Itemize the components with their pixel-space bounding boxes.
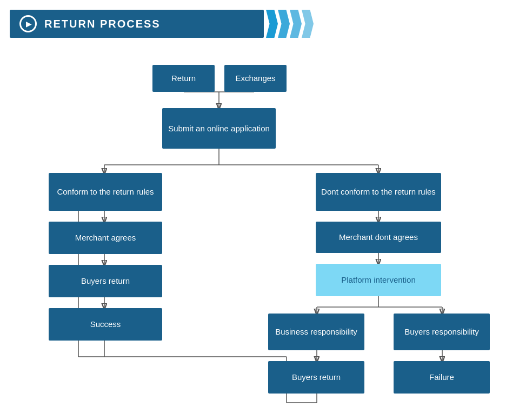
chevron-4 (302, 10, 314, 38)
failure-box: Failure (394, 361, 490, 394)
chevron-1 (266, 10, 278, 38)
chevron-2 (278, 10, 290, 38)
page-header: RETURN PROCESS (10, 10, 264, 38)
page-title: RETURN PROCESS (44, 18, 161, 30)
flowchart: Return Exchanges Submit an online applic… (0, 49, 519, 416)
platform-box: Platform intervention (316, 264, 441, 296)
chevron-3 (290, 10, 302, 38)
submit-box: Submit an online application (162, 108, 276, 149)
exchanges-box: Exchanges (224, 65, 287, 92)
buyers-return-left-box: Buyers return (49, 265, 162, 297)
dont-conform-box: Dont conform to the return rules (316, 173, 441, 211)
merchant-dont-box: Merchant dont agrees (316, 222, 441, 253)
play-icon (19, 15, 37, 32)
business-resp-box: Business responsibility (268, 314, 364, 350)
return-box: Return (152, 65, 215, 92)
buyers-resp-box: Buyers responsibility (394, 314, 490, 350)
success-box: Success (49, 308, 162, 341)
buyers-return-right-box: Buyers return (268, 361, 364, 394)
conform-box: Conform to the return rules (49, 173, 162, 211)
merchant-agrees-box: Merchant agrees (49, 222, 162, 254)
header-decoration (266, 10, 519, 38)
